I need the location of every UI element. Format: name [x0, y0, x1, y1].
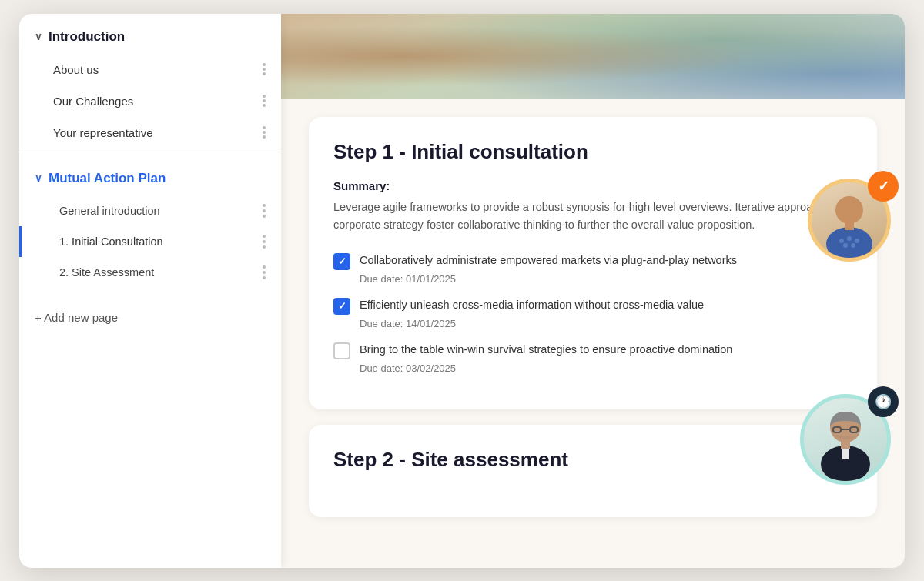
task-item-2: ✓ Efficiently unleash cross-media inform…: [333, 297, 852, 329]
task-1-checkbox[interactable]: ✓: [333, 253, 350, 270]
sidebar-divider: [19, 152, 281, 152]
sidebar-map-label: Mutual Action Plan: [49, 171, 166, 186]
sidebar-item-our-challenges-label: Our Challenges: [53, 95, 133, 108]
sidebar-item-your-representative-label: Your representative: [53, 126, 153, 139]
site-assessment-menu-icon[interactable]: [263, 265, 266, 279]
task-2-text: Efficiently unleash cross-media informat…: [360, 297, 704, 314]
sidebar-item-about-us-label: About us: [53, 63, 99, 76]
sidebar: ∨ Introduction About us Our Challenges Y…: [19, 14, 281, 568]
avatar-2-clock-badge: 🕐: [868, 386, 899, 417]
svg-point-6: [851, 243, 855, 248]
avatar-1-check-badge: ✓: [868, 171, 899, 202]
avatar-group-2: 🕐: [800, 394, 891, 485]
task-1-text: Collaboratively administrate empowered m…: [360, 252, 737, 269]
add-new-page-button[interactable]: + Add new page: [19, 297, 281, 338]
task-3-due: Due date: 03/02/2025: [333, 362, 852, 374]
svg-point-4: [855, 239, 859, 243]
hero-image: [281, 14, 905, 99]
checkmark-icon: ✓: [338, 255, 346, 267]
task-row-1: ✓ Collaboratively administrate empowered…: [333, 252, 852, 270]
your-representative-menu-icon[interactable]: [263, 126, 266, 139]
app-container: ∨ Introduction About us Our Challenges Y…: [19, 14, 905, 568]
step1-summary-text: Leverage agile frameworks to provide a r…: [333, 199, 852, 234]
avatar-2-person-svg: [807, 404, 884, 481]
chevron-map-icon: ∨: [35, 172, 42, 184]
task-2-due: Due date: 14/01/2025: [333, 318, 852, 329]
sidebar-header-map[interactable]: ∨ Mutual Action Plan: [19, 155, 281, 195]
step2-card: Step 2 - Site assessment: [309, 425, 877, 517]
task-3-text: Bring to the table win-win survival stra…: [360, 342, 732, 359]
checkmark-icon-2: ✓: [338, 300, 346, 312]
hero-image-inner: [281, 14, 905, 99]
sidebar-section-map: ∨ Mutual Action Plan General introductio…: [19, 155, 281, 288]
sidebar-section-introduction: ∨ Introduction About us Our Challenges Y…: [19, 14, 281, 149]
main-content: Step 1 - Initial consultation Summary: L…: [281, 14, 905, 568]
avatar-group-1: ✓: [808, 179, 891, 262]
sidebar-subitem-site-assessment[interactable]: 2. Site Assessment: [19, 257, 281, 288]
svg-point-3: [847, 236, 852, 241]
sidebar-introduction-label: Introduction: [49, 29, 125, 45]
svg-point-0: [835, 196, 863, 224]
sidebar-subitem-initial-consultation-label: 1. Initial Consultation: [59, 235, 163, 248]
about-us-menu-icon[interactable]: [263, 63, 266, 75]
task-item-1: ✓ Collaboratively administrate empowered…: [333, 252, 852, 285]
add-new-page-label: + Add new page: [35, 311, 118, 324]
step1-summary-label: Summary:: [333, 179, 852, 192]
task-3-checkbox[interactable]: [333, 342, 350, 359]
content-area: Step 1 - Initial consultation Summary: L…: [281, 99, 905, 551]
task-item-3: Bring to the table win-win survival stra…: [333, 342, 852, 374]
svg-rect-7: [845, 222, 854, 230]
initial-consultation-menu-icon[interactable]: [263, 235, 266, 249]
task-1-due: Due date: 01/01/2025: [333, 273, 852, 285]
avatar-wrapper-2: 🕐: [800, 394, 891, 485]
task-row-2: ✓ Efficiently unleash cross-media inform…: [333, 297, 852, 315]
task-row-3: Bring to the table win-win survival stra…: [333, 342, 852, 359]
step1-card: Step 1 - Initial consultation Summary: L…: [309, 117, 877, 409]
chevron-introduction-icon: ∨: [35, 31, 42, 42]
sidebar-subitem-general-intro-label: General introduction: [59, 205, 160, 217]
general-intro-menu-icon[interactable]: [263, 204, 266, 218]
task-2-checkbox[interactable]: ✓: [333, 298, 350, 315]
sidebar-subitem-initial-consultation[interactable]: 1. Initial Consultation: [19, 226, 281, 257]
svg-point-5: [843, 243, 848, 248]
step1-title: Step 1 - Initial consultation: [333, 140, 852, 164]
our-challenges-menu-icon[interactable]: [263, 95, 266, 107]
sidebar-item-about-us[interactable]: About us: [19, 54, 281, 85]
step2-title: Step 2 - Site assessment: [333, 448, 852, 472]
sidebar-item-your-representative[interactable]: Your representative: [19, 117, 281, 149]
sidebar-subitem-site-assessment-label: 2. Site Assessment: [59, 266, 154, 279]
svg-point-2: [839, 239, 844, 243]
avatar-wrapper-1: ✓: [808, 179, 891, 262]
svg-rect-14: [841, 441, 850, 449]
sidebar-header-introduction[interactable]: ∨ Introduction: [19, 14, 281, 54]
sidebar-subitem-general-intro[interactable]: General introduction: [19, 195, 281, 226]
svg-point-1: [826, 227, 872, 258]
sidebar-item-our-challenges[interactable]: Our Challenges: [19, 85, 281, 117]
